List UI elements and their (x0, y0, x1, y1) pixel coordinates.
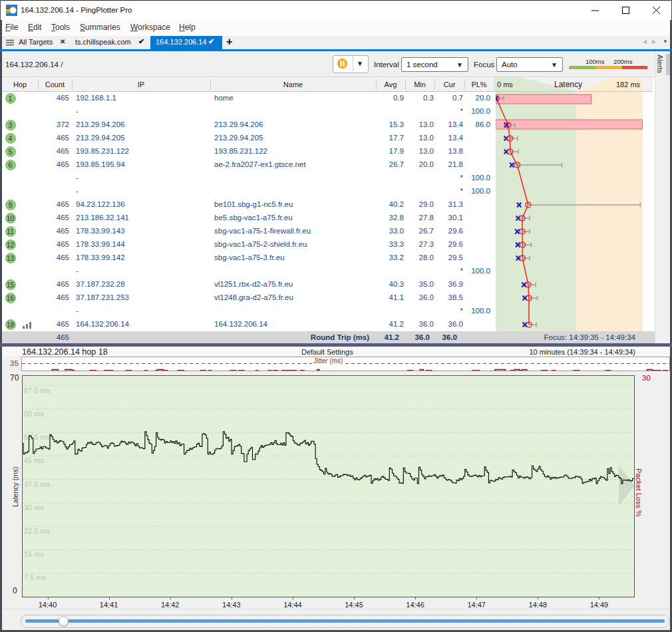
svg-text:45 ms: 45 ms (24, 456, 44, 464)
svg-text:30 ms: 30 ms (24, 504, 44, 512)
svg-text:22.5 ms: 22.5 ms (24, 527, 51, 535)
svg-text:37.5 ms: 37.5 ms (24, 480, 51, 488)
svg-text:52.5 ms: 52.5 ms (24, 433, 51, 441)
svg-text:60 ms: 60 ms (24, 410, 44, 418)
svg-text:15 ms: 15 ms (24, 550, 44, 558)
svg-text:67.5 ms: 67.5 ms (24, 387, 51, 395)
svg-text:7.5 ms: 7.5 ms (24, 573, 47, 581)
